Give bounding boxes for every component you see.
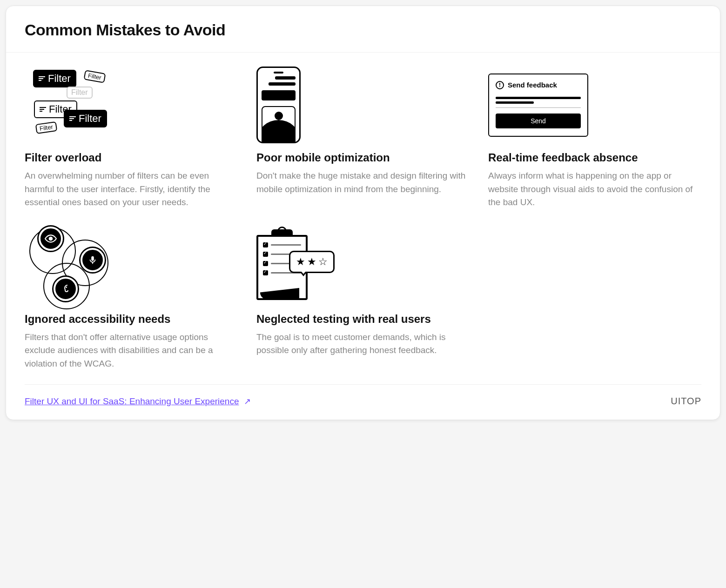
card-header: Common Mistakes to Avoid [6,6,720,53]
item-body: Don't make the huge mistake and design f… [256,169,470,196]
mistake-item: Filter Filter Filter Filter Filter Filte… [25,67,238,209]
item-heading: Neglected testing with real users [256,312,470,326]
accessibility-icon [25,228,238,305]
star-rating-icon: ★★☆ [289,251,335,273]
external-link-icon: ↗ [244,396,251,407]
item-heading: Ignored accessibility needs [25,312,238,326]
microphone-icon [81,248,105,272]
feedback-absence-icon: ! Send feedback Send [488,67,701,143]
item-body: The goal is to meet customer demands, wh… [256,331,470,357]
mistake-item: ! Send feedback Send Real-time feedback … [488,67,701,209]
eye-icon [39,227,63,251]
item-body: An overwhelming number of filters can be… [25,169,238,209]
item-heading: Poor mobile optimization [256,151,470,165]
mistake-item: ★★☆ Neglected testing with real users Th… [256,228,470,371]
mistakes-grid: Filter Filter Filter Filter Filter Filte… [6,53,720,384]
mistake-item: Poor mobile optimization Don't make the … [256,67,470,209]
item-heading: Filter overload [25,151,238,165]
filter-overload-icon: Filter Filter Filter Filter Filter Filte… [25,67,238,143]
svg-rect-1 [91,256,94,261]
mobile-optimization-icon [256,67,470,143]
item-heading: Real-time feedback absence [488,151,701,165]
page-title: Common Mistakes to Avoid [25,21,701,39]
brand-label: UITOP [671,396,701,407]
user-testing-icon: ★★☆ [256,228,470,305]
item-body: Filters that don't offer alternative usa… [25,331,238,371]
info-card: Common Mistakes to Avoid Filter Filter F… [6,6,720,420]
source-link[interactable]: Filter UX and UI for SaaS: Enhancing Use… [25,396,239,406]
card-footer: Filter UX and UI for SaaS: Enhancing Use… [25,384,701,420]
ear-icon [54,277,78,301]
mistake-item: Ignored accessibility needs Filters that… [25,228,238,371]
item-body: Always inform what is happening on the a… [488,169,701,209]
svg-point-0 [49,237,53,240]
alert-icon: ! [496,81,504,89]
